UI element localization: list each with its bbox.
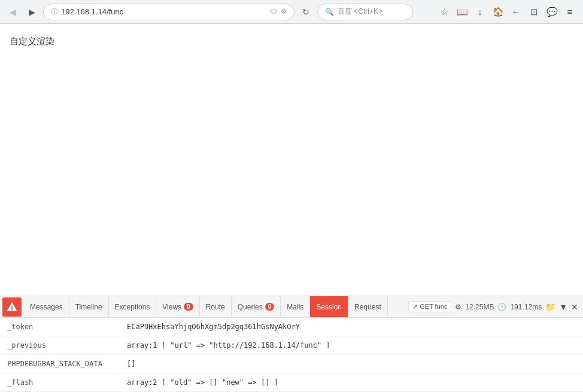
back-button[interactable]: ◀ — [5, 4, 20, 20]
ext-icon: ⚙ — [281, 8, 287, 16]
address-bar[interactable]: ⓘ 192.168.1.14/func 🛡 ⚙ — [43, 4, 294, 20]
download-button[interactable]: ↓ — [472, 4, 488, 20]
lock-icon: ⓘ — [51, 7, 57, 16]
forward-button[interactable]: ▶ — [24, 4, 40, 20]
back-nav-button[interactable]: ← — [508, 4, 524, 20]
home-button[interactable]: 🏠 — [490, 4, 506, 20]
shield-icon: 🛡 — [270, 8, 277, 16]
reload-button[interactable]: ↻ — [298, 4, 314, 20]
search-bar[interactable]: 🔍 百度 <Ctrl+K> — [317, 4, 413, 20]
split-button[interactable]: ⊡ — [526, 4, 542, 20]
toolbar-icons: ☆ 📖 ↓ 🏠 ← ⊡ 💬 ≡ — [436, 4, 578, 20]
page-title: 自定义渲染 — [10, 36, 573, 47]
star-button[interactable]: ☆ — [436, 4, 453, 20]
menu-button[interactable]: ≡ — [561, 4, 578, 20]
search-icon: 🔍 — [325, 8, 334, 16]
page-content: 自定义渲染 — [0, 24, 583, 144]
bookmark-button[interactable]: 📖 — [454, 4, 470, 20]
url-text: 192.168.1.14/func — [61, 7, 266, 16]
search-placeholder-text: 百度 <Ctrl+K> — [338, 7, 382, 17]
chat-button[interactable]: 💬 — [543, 4, 560, 20]
browser-chrome: ◀ ▶ ⓘ 192.168.1.14/func 🛡 ⚙ ↻ 🔍 百度 <Ctrl… — [0, 0, 583, 24]
